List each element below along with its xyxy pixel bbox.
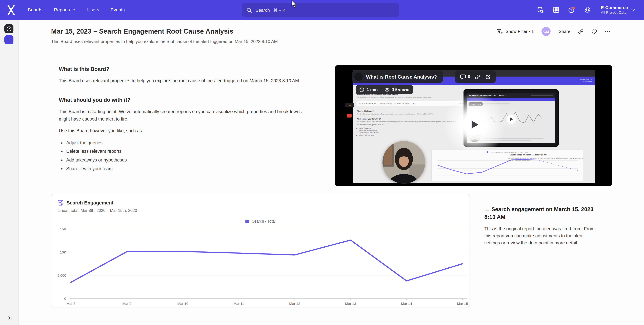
collaborator-avatar[interactable]: CM xyxy=(542,27,551,36)
report-chart-icon xyxy=(58,200,64,206)
global-search-input[interactable]: Search ⌘ + K xyxy=(242,3,399,17)
boards-home-button[interactable] xyxy=(4,24,14,33)
list-item: Share it with your team xyxy=(66,165,309,173)
mixpanel-logo-icon[interactable] xyxy=(7,5,15,14)
section-heading-what-should: What should you do with it? xyxy=(59,97,309,103)
compass-icon xyxy=(6,26,12,32)
project-name: E-Commerce xyxy=(601,5,628,10)
nav-menu: Boards Reports Users Events xyxy=(28,7,125,12)
preview-legend-label: [Content Discovery] Omnisearch Report Li… xyxy=(490,151,528,153)
board-toolbar: Show Filter • 1 CM Share xyxy=(496,27,611,36)
project-scope: All Project Data xyxy=(601,10,628,15)
legend-label: Search - Total xyxy=(252,219,276,223)
svg-text:Mar 12: Mar 12 xyxy=(289,302,300,306)
presenter-webcam-bubble xyxy=(382,141,425,184)
alert-annotation: ← Search engagement on March 15, 2023 8:… xyxy=(484,206,596,247)
video-title-bar: What is Root Cause Analysis? xyxy=(352,70,443,83)
search-placeholder: Search xyxy=(256,7,270,12)
expand-sidebar-button[interactable] xyxy=(6,315,12,321)
section-heading-what-is: What is this Board? xyxy=(59,66,309,72)
nav-item-users[interactable]: Users xyxy=(87,7,99,12)
embedded-video-player[interactable]: Mar 15, 2023 - Search Enga... × Boards R… xyxy=(335,65,612,186)
section-body-what-should: This Board is a starting point. We’ve au… xyxy=(59,108,309,123)
left-rail xyxy=(0,20,19,325)
engagement-line-chart: 05,00010K15KMar 8Mar 9Mar 10Mar 11Mar 12… xyxy=(52,225,470,309)
copy-link-icon[interactable] xyxy=(578,28,584,34)
video-stats: 1 min 19 views xyxy=(356,85,413,94)
nested-video-progress xyxy=(532,95,553,96)
preview-filter: Filter xyxy=(412,103,416,104)
chevron-down-icon xyxy=(631,8,635,11)
clock-icon xyxy=(359,87,364,92)
nav-utilities: ? E-Commerce All Project Data xyxy=(536,0,635,20)
top-nav: Boards Reports Users Events Search ⌘ + K xyxy=(0,0,644,20)
annotation-heading: ← Search engagement on March 15, 2023 8:… xyxy=(484,206,596,221)
settings-gear-icon[interactable] xyxy=(584,6,591,13)
svg-text:10K: 10K xyxy=(60,250,66,254)
comment-count: 0 xyxy=(468,74,470,79)
preview-project-switcher: Mixpanel (project 5) All Project Data xyxy=(580,79,592,82)
notification-dot xyxy=(572,7,575,9)
report-subtitle: Linear, total, Mar 8th, 2020 – Mar 15th,… xyxy=(58,208,464,213)
preview-range-shortcuts: Today Yesterday 7D 30D 3M 6M 12M Default xyxy=(380,103,410,104)
preview-annotation: ← Search usage on March 15, 2023 8:10 AM… xyxy=(508,154,584,162)
svg-text:Mar 14: Mar 14 xyxy=(401,302,412,306)
video-actions: 0 xyxy=(455,70,496,83)
sidebar-divider xyxy=(0,311,19,311)
search-shortcut: ⌘ + K xyxy=(273,7,286,12)
chevron-down-icon xyxy=(72,9,76,11)
preview-date-range: Mar 9, 2023 – Mar 15, 2023 xyxy=(359,103,377,104)
help-icon[interactable]: ? xyxy=(568,6,576,13)
svg-text:Mar 13: Mar 13 xyxy=(345,302,356,306)
list-item: Delete less relevant reports xyxy=(66,148,309,155)
more-options-button[interactable] xyxy=(605,28,611,34)
project-switcher[interactable]: E-Commerce All Project Data xyxy=(601,5,635,15)
svg-text:Mar 9: Mar 9 xyxy=(122,302,132,306)
mouse-cursor xyxy=(291,0,296,9)
nested-play-button xyxy=(506,114,516,124)
svg-text:15K: 15K xyxy=(60,227,66,231)
use-list-intro: Use this Board however you like, such as… xyxy=(59,127,309,135)
favorite-heart-icon[interactable] xyxy=(591,28,597,34)
search-icon xyxy=(246,7,252,13)
page-subtitle: This Board uses relevant properties to h… xyxy=(51,39,278,44)
annotation-body: This is the original report the alert wa… xyxy=(484,225,596,247)
page-title: Mar 15, 2023 – Search Engagement Root Ca… xyxy=(51,27,234,35)
nav-item-reports-label: Reports xyxy=(54,7,70,12)
plus-icon xyxy=(6,37,11,42)
play-button[interactable] xyxy=(463,113,485,136)
video-duration: 1 min xyxy=(367,87,378,92)
report-card-search-engagement[interactable]: Search Engagement Linear, total, Mar 8th… xyxy=(51,194,470,307)
svg-text:?: ? xyxy=(570,8,572,12)
nav-item-reports[interactable]: Reports xyxy=(54,7,76,12)
svg-text:Mar 10: Mar 10 xyxy=(177,302,188,306)
board-description: What is this Board? This Board uses rele… xyxy=(59,66,309,174)
svg-text:5,000: 5,000 xyxy=(57,274,66,277)
show-filter-label: Show Filter • 1 xyxy=(506,29,534,34)
apps-grid-icon[interactable] xyxy=(552,6,560,13)
filter-funnel-icon xyxy=(496,28,503,34)
report-title: Search Engagement xyxy=(66,200,114,206)
views-eye-icon xyxy=(384,87,390,92)
data-management-icon[interactable] xyxy=(536,6,544,13)
svg-text:Mar 11: Mar 11 xyxy=(234,302,244,306)
list-item: Add takeaways or hypotheses xyxy=(66,156,309,164)
list-item: Adjust the queries xyxy=(66,139,309,147)
recording-timer: 0:00 xyxy=(345,103,354,107)
recording-stop-button xyxy=(347,114,352,117)
show-filter-button[interactable]: Show Filter • 1 xyxy=(496,28,534,34)
link-icon[interactable] xyxy=(474,74,481,80)
presenter-avatar xyxy=(354,72,363,81)
svg-text:Mar 8: Mar 8 xyxy=(66,302,76,306)
comment-icon[interactable] xyxy=(460,74,466,80)
nav-item-boards[interactable]: Boards xyxy=(28,7,42,12)
share-button[interactable]: Share xyxy=(559,29,570,34)
legend-swatch xyxy=(245,219,249,223)
nav-item-events[interactable]: Events xyxy=(110,7,125,12)
video-views: 19 views xyxy=(392,87,410,92)
report-card-header: Search Engagement Linear, total, Mar 8th… xyxy=(52,194,470,217)
create-new-button[interactable] xyxy=(4,35,14,44)
svg-text:Mar 15: Mar 15 xyxy=(457,302,468,306)
open-external-icon[interactable] xyxy=(485,74,491,80)
chart-legend: Search - Total xyxy=(52,217,470,225)
